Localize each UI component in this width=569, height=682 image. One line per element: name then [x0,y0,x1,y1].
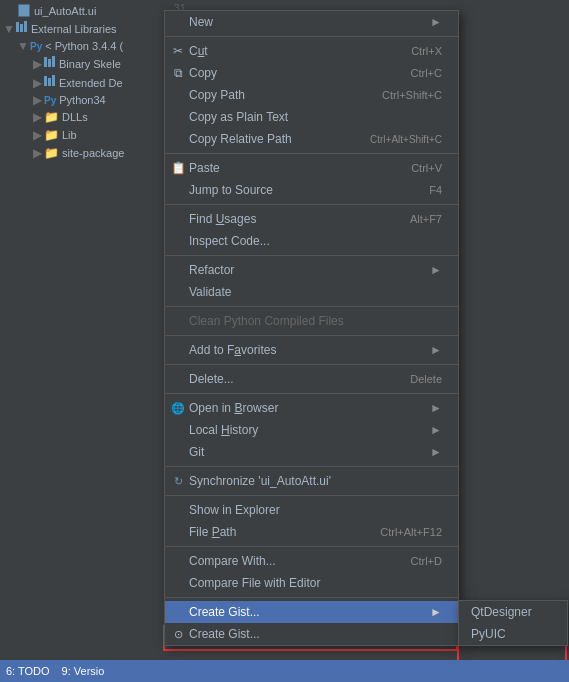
shortcut-label: Ctrl+V [411,162,442,174]
github-icon: ⊙ [171,627,185,641]
menu-item-label: Add to Favorites [189,343,276,357]
menu-item-label: Cut [189,44,208,58]
svg-rect-7 [48,78,51,86]
menu-item-file-path[interactable]: File Path Ctrl+Alt+F12 [165,521,458,543]
menu-separator [165,36,458,37]
menu-separator [165,466,458,467]
menu-item-git[interactable]: Git ► [165,441,458,463]
menu-separator [165,204,458,205]
expand-arrow: ▼ [18,41,28,51]
menu-item-find-usages[interactable]: Find Usages Alt+F7 [165,208,458,230]
submenu-item-qtdesigner[interactable]: QtDesigner [459,601,567,623]
scissors-icon: ✂ [171,44,185,58]
tree-item-label: < Python 3.4.4 ( [45,40,123,52]
expand-arrow: ▼ [4,24,14,34]
paste-icon: 📋 [171,161,185,175]
menu-item-label: Delete... [189,372,234,386]
menu-item-validate[interactable]: Validate [165,281,458,303]
tree-item-python34[interactable]: ▶ Py Python34 [0,92,160,108]
menu-item-add-favorites[interactable]: Add to Favorites ► [165,339,458,361]
tree-item-label: Lib [62,129,77,141]
menu-separator [165,495,458,496]
menu-item-inspect-code[interactable]: Inspect Code... [165,230,458,252]
menu-item-paste[interactable]: 📋 Paste Ctrl+V [165,157,458,179]
tree-item-site-packages[interactable]: ▶ 📁 site-package [0,144,160,162]
menu-item-copy-relative[interactable]: Copy Relative Path Ctrl+Alt+Shift+C [165,128,458,150]
menu-item-label: Git [189,445,204,459]
menu-item-cut[interactable]: ✂ Cut Ctrl+X [165,40,458,62]
svg-rect-5 [52,56,55,67]
tree-item-extended[interactable]: ▶ Extended De [0,73,160,92]
shortcut-label: Delete [410,373,442,385]
submenu-item-pyuic[interactable]: PyUIC [459,623,567,645]
menu-item-open-browser[interactable]: 🌐 Open in Browser ► [165,397,458,419]
menu-separator [165,306,458,307]
submenu-arrow-icon: ► [430,15,442,29]
menu-item-local-history[interactable]: Local History ► [165,419,458,441]
menu-item-refactor[interactable]: Refactor ► [165,259,458,281]
shortcut-label: Ctrl+X [411,45,442,57]
external-tools-submenu: QtDesigner PyUIC [458,600,568,646]
collapse-arrow: ▶ [32,78,42,88]
menu-item-copy[interactable]: ⧉ Copy Ctrl+C [165,62,458,84]
menu-item-copy-path[interactable]: Copy Path Ctrl+Shift+C [165,84,458,106]
svg-rect-0 [16,22,19,32]
python-icon: Py [30,41,42,52]
menu-item-show-explorer[interactable]: Show in Explorer [165,499,458,521]
svg-rect-4 [48,59,51,67]
tree-item-ui[interactable]: ui_AutoAtt.ui [0,2,160,19]
menu-separator [165,546,458,547]
tree-item-label: Binary Skele [59,58,121,70]
menu-item-compare-with[interactable]: Compare With... Ctrl+D [165,550,458,572]
menu-item-jump-source[interactable]: Jump to Source F4 [165,179,458,201]
submenu-arrow-icon: ► [430,445,442,459]
status-item-label: 6: TODO [6,665,50,677]
menu-item-create-gist[interactable]: ⊙ Create Gist... [165,623,458,645]
menu-item-label: Local History [189,423,258,437]
lib-icon [44,56,56,71]
status-item-todo[interactable]: 6: TODO [6,665,50,677]
browser-icon: 🌐 [171,401,185,415]
menu-separator [165,335,458,336]
menu-separator [165,597,458,598]
menu-item-label: Compare With... [189,554,276,568]
menu-item-label: New [189,15,213,29]
tree-item-lib[interactable]: ▶ 📁 Lib [0,126,160,144]
status-item-version[interactable]: 9: Versio [62,665,105,677]
menu-item-label: Copy as Plain Text [189,110,288,124]
tree-item-label: Extended De [59,77,123,89]
tree-item-label: DLLs [62,111,88,123]
tree-item-label: site-package [62,147,124,159]
folder-icon: 📁 [44,110,59,124]
menu-item-copy-plain[interactable]: Copy as Plain Text [165,106,458,128]
menu-item-delete[interactable]: Delete... Delete [165,368,458,390]
submenu-arrow-icon: ► [430,263,442,277]
submenu-arrow-icon: ► [430,401,442,415]
context-menu: New ► ✂ Cut Ctrl+X ⧉ Copy Ctrl+C Copy Pa… [164,10,459,646]
shortcut-label: Ctrl+Alt+F12 [380,526,442,538]
menu-separator [165,255,458,256]
shortcut-label: Ctrl+D [411,555,442,567]
tree-item-python[interactable]: ▼ Py < Python 3.4.4 ( [0,38,160,54]
menu-item-label: Open in Browser [189,401,278,415]
collapse-arrow: ▶ [32,59,42,69]
shortcut-label: Alt+F7 [410,213,442,225]
tree-item-label: Python34 [59,94,105,106]
sync-icon: ↻ [171,474,185,488]
tree-item-external-libraries[interactable]: ▼ External Libraries [0,19,160,38]
menu-item-synchronize[interactable]: ↻ Synchronize 'ui_AutoAtt.ui' [165,470,458,492]
submenu-arrow-icon: ► [430,605,442,619]
menu-separator [165,153,458,154]
menu-item-compare-editor[interactable]: Compare File with Editor [165,572,458,594]
tree-item-label: External Libraries [31,23,117,35]
tree-item-dlls[interactable]: ▶ 📁 DLLs [0,108,160,126]
menu-item-external-tools[interactable]: Create Gist... ► QtDesigner PyUIC [165,601,458,623]
lib-icon2 [44,75,56,90]
file-tree: ui_AutoAtt.ui ▼ External Libraries ▼ Py … [0,0,160,682]
svg-rect-3 [44,57,47,67]
shortcut-label: Ctrl+Shift+C [382,89,442,101]
tree-item-binary[interactable]: ▶ Binary Skele [0,54,160,73]
submenu-arrow-icon: ► [430,343,442,357]
shortcut-label: Ctrl+C [411,67,442,79]
menu-item-new[interactable]: New ► [165,11,458,33]
